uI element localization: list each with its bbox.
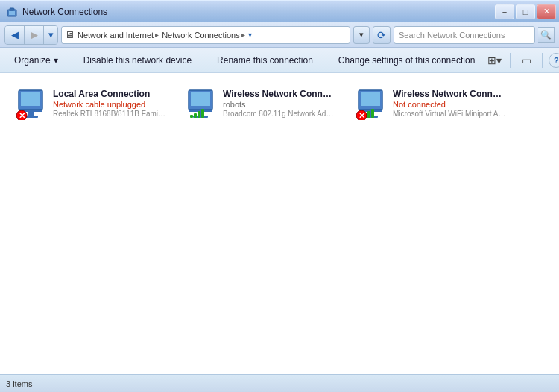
status-text: 3 items: [6, 379, 32, 388]
rename-button[interactable]: Rename this connection: [209, 51, 321, 70]
svg-rect-11: [191, 92, 210, 106]
breadcrumb-network: Network and Internet: [78, 31, 154, 39]
svg-text:✕: ✕: [19, 111, 25, 120]
window-icon: [6, 6, 18, 18]
svg-rect-17: [198, 111, 200, 118]
status-bar: 3 items: [0, 374, 559, 392]
connection-status-1: robots: [223, 100, 336, 109]
maximize-button[interactable]: □: [516, 4, 535, 19]
connections-area: ✕Local Area ConnectionNetwork cable unpl…: [0, 73, 559, 374]
svg-rect-16: [194, 113, 197, 118]
refresh-button[interactable]: ⟳: [373, 26, 391, 44]
search-placeholder: Search Network Connections: [399, 31, 505, 39]
search-button[interactable]: 🔍: [538, 27, 555, 43]
svg-rect-12: [189, 110, 212, 112]
connection-adapter-2: Microsoft Virtual WiFi Miniport Ad...: [393, 110, 506, 118]
change-settings-button[interactable]: Change settings of this connection: [330, 51, 483, 70]
address-input[interactable]: 🖥 Network and Internet ▸ Network Connect…: [61, 26, 350, 44]
connection-item-1[interactable]: Wireless Network ConnectionrobotsBroadco…: [179, 82, 343, 134]
svg-text:✕: ✕: [359, 111, 365, 120]
close-button[interactable]: ✕: [537, 4, 556, 19]
svg-rect-1: [9, 11, 15, 15]
connection-info-0: Local Area ConnectionNetwork cable unplu…: [53, 89, 166, 118]
connection-info-2: Wireless Network Connection 2Not connect…: [393, 89, 506, 118]
connection-name-2: Wireless Network Connection 2: [393, 89, 506, 99]
chevron-icon-2: ▸: [241, 31, 245, 39]
back-button[interactable]: ◀: [5, 26, 25, 44]
svg-rect-2: [10, 8, 14, 10]
breadcrumb-connections: Network Connections: [162, 31, 240, 39]
connection-status-2: Not connected: [393, 100, 506, 109]
view-toggle-button[interactable]: ⊞▾: [484, 51, 504, 70]
address-segment-1: Network and Internet ▸: [78, 31, 159, 39]
connection-icon-2: ✕: [356, 89, 387, 120]
window-controls: − □ ✕: [495, 4, 556, 19]
toolbar-separator-5: [542, 53, 543, 68]
svg-rect-15: [190, 115, 193, 118]
connection-icon-0: ✕: [16, 89, 47, 120]
address-dropdown-btn[interactable]: ▾: [353, 26, 370, 44]
window-title: Network Connections: [22, 7, 107, 17]
minimize-button[interactable]: −: [495, 4, 514, 19]
title-bar: Network Connections − □ ✕: [0, 0, 559, 22]
svg-rect-4: [21, 92, 40, 106]
help-button[interactable]: ?: [549, 53, 559, 68]
svg-rect-20: [361, 92, 380, 106]
connection-adapter-1: Broadcom 802.11g Network Adapter: [223, 110, 336, 118]
svg-rect-26: [367, 111, 370, 118]
connection-item-2[interactable]: ✕Wireless Network Connection 2Not connec…: [349, 82, 513, 134]
nav-buttons: ◀ ▶ ▾: [4, 25, 58, 45]
organize-button[interactable]: Organize ▾: [6, 51, 66, 70]
connection-name-0: Local Area Connection: [53, 89, 166, 99]
chevron-icon: ▸: [155, 31, 159, 39]
address-icon: 🖥: [65, 29, 75, 40]
toolbar-separator-4: [510, 53, 511, 68]
address-dropdown-arrow[interactable]: ▾: [248, 31, 252, 39]
connection-icon-1: [186, 89, 217, 120]
toolbar-right: ⊞▾ ▭ ?: [484, 51, 559, 70]
connection-status-0: Network cable unplugged: [53, 100, 166, 109]
connection-name-1: Wireless Network Connection: [223, 89, 336, 99]
toolbar: Organize ▾ Disable this network device R…: [0, 48, 559, 73]
address-segment-2: Network Connections ▸: [162, 31, 245, 39]
forward-button[interactable]: ▶: [25, 26, 44, 44]
dropdown-button[interactable]: ▾: [44, 26, 57, 44]
svg-rect-18: [201, 109, 204, 118]
address-bar: ◀ ▶ ▾ 🖥 Network and Internet ▸ Network C…: [0, 22, 559, 48]
connection-item-0[interactable]: ✕Local Area ConnectionNetwork cable unpl…: [9, 82, 173, 134]
svg-rect-27: [371, 109, 374, 118]
connection-info-1: Wireless Network ConnectionrobotsBroadco…: [223, 89, 336, 118]
disable-button[interactable]: Disable this network device: [75, 51, 200, 70]
svg-rect-6: [28, 112, 34, 116]
search-box[interactable]: Search Network Connections: [394, 26, 535, 44]
preview-pane-button[interactable]: ▭: [517, 51, 536, 70]
connection-adapter-0: Realtek RTL8168B/8111B Family P...: [53, 110, 166, 118]
